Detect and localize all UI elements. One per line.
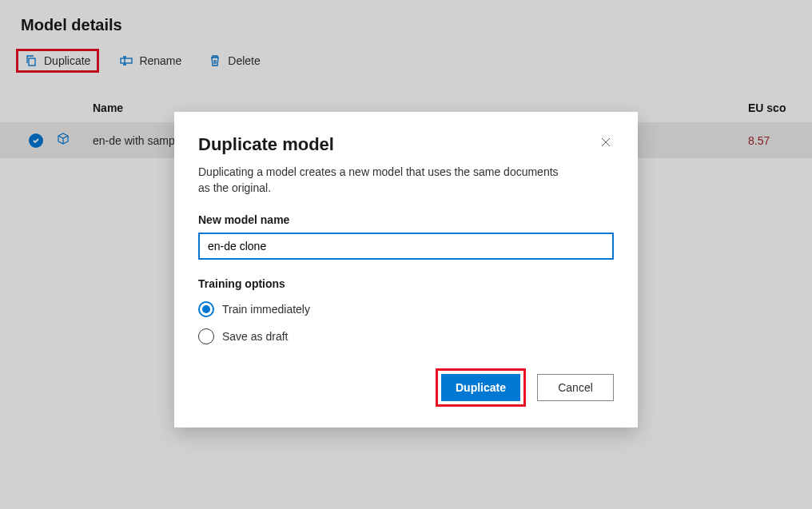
radio-train-immediately[interactable]: Train immediately [198, 301, 614, 317]
duplicate-submit-button[interactable]: Duplicate [441, 374, 520, 401]
radio-save-draft[interactable]: Save as draft [198, 328, 614, 344]
model-name-input[interactable] [198, 233, 614, 260]
dialog-description: Duplicating a model creates a new model … [198, 165, 566, 196]
close-icon[interactable] [598, 134, 614, 153]
duplicate-dialog: Duplicate model Duplicating a model crea… [174, 112, 638, 427]
modal-overlay: Duplicate model Duplicating a model crea… [0, 0, 812, 509]
dialog-actions: Duplicate Cancel [198, 368, 614, 407]
radio-icon [198, 328, 214, 344]
cancel-button[interactable]: Cancel [537, 374, 614, 401]
name-field-label: New model name [198, 213, 614, 226]
radio-icon [198, 301, 214, 317]
training-options-group: Train immediately Save as draft [198, 301, 614, 344]
training-options-label: Training options [198, 277, 614, 290]
radio-train-label: Train immediately [222, 303, 310, 316]
radio-draft-label: Save as draft [222, 330, 289, 343]
dialog-title: Duplicate model [198, 134, 334, 155]
